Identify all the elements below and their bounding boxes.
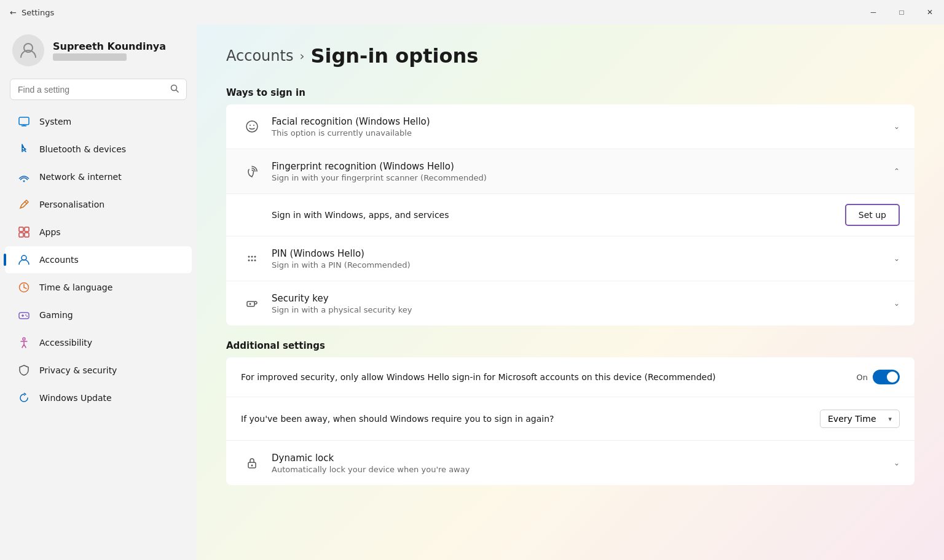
hello-only-toggle[interactable] [873,370,900,384]
close-button[interactable]: ✕ [916,0,944,25]
facial-desc: This option is currently unavailable [272,128,894,138]
pin-title: PIN (Windows Hello) [272,248,894,259]
breadcrumb: Accounts › Sign-in options [226,44,914,68]
seckey-text: Security key Sign in with a physical sec… [272,293,894,314]
svg-point-23 [250,125,251,126]
sidebar-item-gaming[interactable]: Gaming [5,301,192,329]
breadcrumb-parent[interactable]: Accounts [226,47,293,64]
user-info: Supreeth Koundinya [53,41,166,61]
seckey-chevron [894,299,900,308]
app-container: Supreeth Koundinya System Bluetooth & de… [0,25,944,560]
hello-only-toggle-container: On [857,370,900,384]
seckey-icon [241,292,263,314]
setting-row-seckey[interactable]: Security key Sign in with a physical sec… [226,281,914,325]
additional-row-dynamic-lock[interactable]: Dynamic lock Automatically lock your dev… [226,441,914,485]
dynamic-lock-desc: Automatically lock your device when you'… [272,465,894,474]
toggle-label: On [857,373,868,382]
accounts-nav-icon [17,253,31,266]
search-box[interactable] [10,79,187,100]
sidebar-item-label: Gaming [39,310,73,320]
dynamic-lock-chevron [894,459,900,467]
sidebar: Supreeth Koundinya System Bluetooth & de… [0,25,197,560]
setting-row-pin[interactable]: PIN (Windows Hello) Sign in with a PIN (… [226,236,914,281]
sidebar-item-label: Bluetooth & devices [39,144,126,154]
setup-button[interactable]: Set up [845,204,900,226]
away-signin-dropdown[interactable]: Every Time ▾ [820,410,900,428]
fingerprint-desc: Sign in with your fingerprint scanner (R… [272,173,894,182]
svg-line-2 [176,90,179,93]
svg-line-7 [25,201,27,204]
privacy-nav-icon [17,364,31,377]
svg-rect-11 [25,233,29,237]
app-title: Settings [22,8,54,17]
setting-row-fingerprint[interactable]: Fingerprint recognition (Windows Hello) … [226,149,914,194]
update-nav-icon [17,391,31,405]
fingerprint-chevron [894,167,900,176]
pin-desc: Sign in with a PIN (Recommended) [272,260,894,270]
sign-in-methods-group: Facial recognition (Windows Hello) This … [226,104,914,325]
sidebar-item-label: Privacy & security [39,365,117,375]
svg-point-21 [23,338,25,340]
sidebar-item-accessibility[interactable]: Accessibility [5,329,192,356]
pin-icon [241,247,263,270]
sidebar-item-accounts[interactable]: Accounts [5,246,192,273]
sidebar-item-label: Accessibility [39,338,92,348]
svg-point-20 [26,316,28,317]
sidebar-item-label: Time & language [39,282,112,292]
dynamic-lock-text: Dynamic lock Automatically lock your dev… [272,453,894,474]
svg-rect-3 [19,117,29,125]
seckey-title: Security key [272,293,894,304]
facial-icon [241,115,263,138]
pin-chevron [894,254,900,263]
sidebar-item-network[interactable]: Network & internet [5,163,192,190]
setting-row-facial[interactable]: Facial recognition (Windows Hello) This … [226,104,914,149]
svg-line-15 [24,287,26,289]
fingerprint-action [894,167,900,176]
svg-rect-8 [19,227,23,231]
sidebar-item-time[interactable]: Time & language [5,274,192,301]
seckey-action [894,299,900,308]
additional-row-away-signin: If you've been away, when should Windows… [226,397,914,441]
dynamic-lock-title: Dynamic lock [272,453,894,464]
titlebar: ← Settings ─ □ ✕ [0,0,944,25]
sidebar-item-label: Accounts [39,255,79,265]
apps-nav-icon [17,225,31,239]
back-button[interactable]: ← Settings [10,8,54,17]
dropdown-value: Every Time [828,414,876,424]
svg-point-24 [253,125,254,126]
sidebar-item-privacy[interactable]: Privacy & security [5,357,192,384]
svg-point-30 [254,260,256,262]
svg-point-25 [248,256,250,258]
sidebar-item-personalisation[interactable]: Personalisation [5,191,192,218]
fingerprint-icon [241,160,263,182]
svg-rect-9 [25,227,29,231]
facial-title: Facial recognition (Windows Hello) [272,116,894,127]
maximize-button[interactable]: □ [887,0,916,25]
minimize-button[interactable]: ─ [859,0,887,25]
sidebar-item-label: Personalisation [39,200,104,209]
window-controls: ─ □ ✕ [859,0,944,25]
search-input[interactable] [18,85,165,95]
network-nav-icon [17,170,31,184]
ways-section-title: Ways to sign in [226,87,914,98]
svg-point-26 [251,256,253,258]
hello-only-text: For improved security, only allow Window… [241,371,857,384]
svg-point-32 [250,303,251,305]
sidebar-item-apps[interactable]: Apps [5,219,192,246]
sidebar-item-label: Windows Update [39,393,112,403]
user-name: Supreeth Koundinya [53,41,166,52]
fingerprint-setup-text: Sign in with Windows, apps, and services [272,210,449,220]
back-icon: ← [10,8,17,17]
pin-action [894,254,900,263]
svg-point-28 [248,260,250,262]
sidebar-item-update[interactable]: Windows Update [5,384,192,411]
svg-point-22 [246,121,258,132]
accessibility-nav-icon [17,336,31,349]
gaming-nav-icon [17,308,31,322]
system-nav-icon [17,115,31,128]
sidebar-item-system[interactable]: System [5,108,192,135]
page-title: Sign-in options [310,44,478,68]
sidebar-item-bluetooth[interactable]: Bluetooth & devices [5,136,192,163]
away-signin-text: If you've been away, when should Windows… [241,413,820,426]
sidebar-item-label: Network & internet [39,172,122,182]
